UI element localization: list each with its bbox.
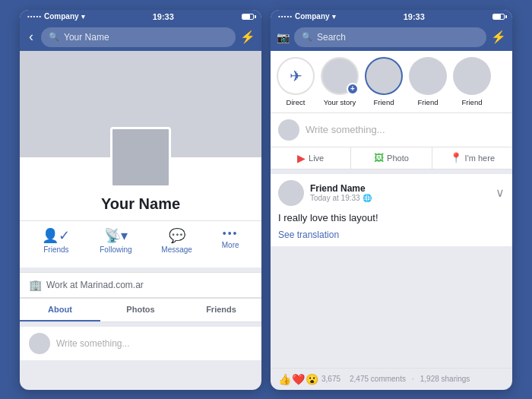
heart-emoji: ❤️	[292, 373, 305, 385]
r-signal-dots: •••••	[278, 13, 293, 20]
location-icon: 📍	[450, 152, 462, 163]
signal-dots: •••••	[27, 13, 42, 20]
friends-button[interactable]: 👤✓ Friends	[42, 227, 70, 254]
comments-count: 2,475 comments	[350, 375, 406, 383]
your-story-label: Your story	[324, 98, 356, 106]
r-carrier-label: Company	[295, 12, 330, 21]
story-direct[interactable]: ✈ Direct	[277, 57, 315, 106]
see-translation-link[interactable]: See translation	[271, 230, 512, 246]
post-content: I really love this layout!	[271, 212, 512, 230]
r-battery-icon	[492, 14, 505, 20]
story-direct-label: Direct	[287, 98, 306, 106]
work-text: Work at Marinad.com.ar	[46, 280, 144, 290]
wow-emoji: 😮	[306, 373, 318, 385]
tab-friends[interactable]: Friends	[181, 299, 261, 321]
message-icon: 💬	[169, 227, 185, 244]
tab-bar: About Photos Friends	[20, 298, 261, 322]
right-search-bar[interactable]: 🔍 Search	[294, 27, 486, 47]
r-wifi-icon: ▾	[332, 13, 336, 21]
more-label: More	[222, 241, 239, 249]
post-author-name: Friend Name	[310, 183, 489, 194]
tab-about[interactable]: About	[20, 299, 100, 321]
live-label: Live	[309, 154, 324, 163]
friend-label-2: Friend	[418, 98, 439, 106]
r-search-icon: 🔍	[302, 32, 312, 42]
work-info: 🏢 Work at Marinad.com.ar	[29, 279, 252, 291]
post-header: Friend Name Today at 19:33 🌐 ∨	[271, 174, 512, 212]
friend-circle-3	[453, 57, 491, 95]
story-your-story[interactable]: + Your story	[321, 57, 359, 106]
tab-photos[interactable]: Photos	[100, 299, 181, 321]
post-actions: ▶ Live 🖼 Photo 📍 I'm here	[271, 147, 512, 169]
story-friend-2[interactable]: Friend	[409, 57, 447, 106]
right-nav-bar: 📷 🔍 Search ⚡	[271, 24, 512, 51]
composer-avatar	[29, 333, 50, 354]
battery-icon	[242, 14, 254, 20]
messenger-icon[interactable]: ⚡	[240, 30, 255, 44]
r-status-left: ••••• Company ▾	[278, 12, 336, 21]
story-friend-1[interactable]: Friend	[365, 57, 403, 106]
left-search-bar[interactable]: 🔍 Your Name	[41, 27, 236, 47]
post-options-button[interactable]: ∨	[496, 185, 505, 200]
search-icon: 🔍	[49, 32, 59, 42]
feed-post: Friend Name Today at 19:33 🌐 ∨ I really …	[271, 174, 512, 246]
compose-placeholder: Write something...	[56, 338, 129, 349]
r-search-text: Search	[317, 32, 346, 43]
live-icon: ▶	[297, 152, 306, 164]
time-label: 19:33	[153, 12, 174, 21]
feed-spacer	[271, 246, 512, 368]
right-compose-area[interactable]: Write something...	[271, 113, 512, 147]
photo-button[interactable]: 🖼 Photo	[351, 147, 432, 169]
photo-label: Photo	[387, 154, 409, 163]
friend-label-3: Friend	[462, 98, 483, 106]
friends-icon: 👤✓	[42, 227, 70, 244]
profile-name: Your Name	[101, 195, 180, 213]
profile-pic-container	[110, 127, 171, 188]
carrier-label: Company	[44, 12, 79, 21]
following-button[interactable]: 📡▾ Following	[100, 227, 131, 254]
post-meta: Friend Name Today at 19:33 🌐	[310, 183, 489, 202]
back-button[interactable]: ‹	[26, 29, 36, 45]
camera-icon[interactable]: 📷	[277, 31, 290, 43]
right-status-bar: ••••• Company ▾ 19:33	[271, 10, 512, 24]
live-button[interactable]: ▶ Live	[271, 147, 351, 169]
friend-label-1: Friend	[374, 98, 394, 106]
left-nav-bar: ‹ 🔍 Your Name ⚡	[20, 24, 261, 51]
more-button[interactable]: ••• More	[222, 227, 239, 254]
friends-label: Friends	[43, 245, 68, 254]
globe-icon: 🌐	[363, 194, 372, 202]
shares-count: 1,928 sharings	[420, 375, 470, 383]
direct-circle: ✈	[277, 57, 315, 95]
action-buttons: 👤✓ Friends 📡▾ Following 💬 Message ••• Mo…	[20, 220, 261, 260]
left-phone: ••••• Company ▾ 19:33 ‹ 🔍 Your Name ⚡ Yo…	[20, 10, 261, 390]
r-messenger-icon[interactable]: ⚡	[491, 30, 506, 44]
paper-plane-icon: ✈	[290, 67, 302, 85]
friend-circle-1	[365, 57, 403, 95]
reaction-count: 3,675	[321, 375, 340, 383]
your-story-circle: +	[321, 57, 359, 95]
location-label: I'm here	[465, 154, 495, 163]
briefcase-icon: 🏢	[29, 279, 42, 291]
wifi-icon: ▾	[81, 13, 85, 21]
post-time: Today at 19:33 🌐	[310, 194, 489, 202]
story-friend-3[interactable]: Friend	[453, 57, 491, 106]
r-status-right	[492, 14, 505, 20]
following-label: Following	[100, 245, 131, 254]
info-section: 🏢 Work at Marinad.com.ar	[20, 272, 261, 298]
more-icon: •••	[223, 227, 239, 239]
r-compose-placeholder: Write something...	[306, 124, 505, 135]
r-time-label: 19:33	[404, 12, 425, 21]
location-button[interactable]: 📍 I'm here	[432, 147, 512, 169]
stories-row: ✈ Direct + Your story Friend Friend Frie…	[271, 51, 512, 113]
message-button[interactable]: 💬 Message	[161, 227, 192, 254]
search-text: Your Name	[64, 32, 109, 43]
friend-circle-2	[409, 57, 447, 95]
post-time-text: Today at 19:33	[310, 194, 360, 202]
status-right	[242, 14, 254, 20]
compose-area[interactable]: Write something...	[20, 327, 261, 360]
profile-picture	[110, 127, 171, 188]
left-status-bar: ••••• Company ▾ 19:33	[20, 10, 261, 24]
stat-separator: ·	[412, 375, 414, 383]
cover-photo	[20, 51, 261, 157]
add-story-icon: +	[347, 83, 359, 95]
